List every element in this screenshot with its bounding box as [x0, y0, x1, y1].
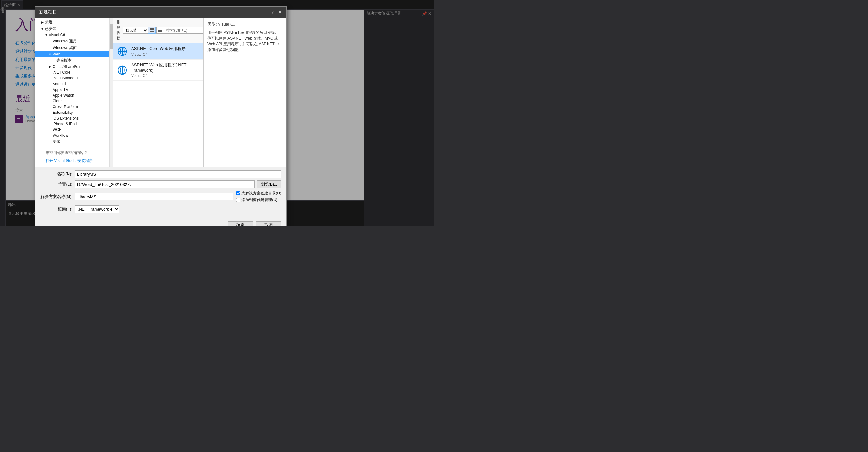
- tree-panel: ▶ 最近 ▼ 已安装 ▼ Visual C#: [35, 18, 114, 167]
- template-lang-0: Visual C#: [131, 52, 199, 57]
- tree-cloud[interactable]: Cloud: [35, 98, 108, 104]
- not-found-text: 未找到你要查找的内容？: [40, 148, 108, 158]
- tree-net-standard-label: .NET Standard: [53, 76, 78, 80]
- template-item-1[interactable]: ASP.NET Web 应用程序(.NET Framework) Visual …: [114, 60, 203, 81]
- list-view-btn[interactable]: [156, 27, 164, 34]
- form-framework-row: 框架(F): .NET Framework 4: [40, 205, 281, 213]
- tree-installed[interactable]: ▼ 已安装: [35, 26, 108, 32]
- tree-iphone-ipad-label: iPhone & iPad: [53, 122, 77, 126]
- expand-icon-recent: ▶: [40, 20, 44, 24]
- tree-extensibility[interactable]: Extensibility: [35, 110, 108, 115]
- template-icon-1: [117, 65, 127, 75]
- form-location-input[interactable]: [75, 180, 254, 188]
- dialog-help-btn[interactable]: ?: [270, 9, 275, 15]
- template-lang-1: Visual C#: [131, 73, 199, 78]
- dialog-controls: ? ✕: [270, 9, 282, 15]
- tree-office-sp-label: Office/SharePoint: [53, 64, 83, 69]
- template-name-1: ASP.NET Web 应用程序(.NET Framework): [131, 62, 199, 73]
- tree-office-sp[interactable]: ▶ Office/SharePoint: [35, 64, 108, 69]
- tree-recent[interactable]: ▶ 最近: [35, 19, 108, 26]
- tree-wcf-label: WCF: [53, 128, 61, 132]
- form-name-row: 名称(N):: [40, 170, 281, 178]
- form-solution-input[interactable]: [75, 193, 234, 200]
- tree-iphone-ipad[interactable]: iPhone & iPad: [35, 121, 108, 127]
- not-found-section: 未找到你要查找的内容？ 打开 Visual Studio 安装程序: [35, 145, 113, 165]
- grid-view-btn[interactable]: [148, 27, 156, 34]
- tree-scrollbar-thumb[interactable]: [110, 24, 113, 49]
- desc-panel: 类型: Visual C# 用于创建 ASP.NET 应用程序的项目模板。你可以…: [204, 18, 286, 167]
- tree-prev-version-label: 先前版本: [56, 58, 72, 63]
- form-location-label: 位置(L):: [40, 181, 72, 187]
- tree-prev-version[interactable]: 先前版本: [35, 57, 108, 64]
- tree-cloud-label: Cloud: [53, 99, 62, 103]
- cancel-button[interactable]: 取消: [256, 221, 281, 226]
- browse-button[interactable]: 浏览(B)...: [257, 180, 281, 188]
- svg-rect-6: [158, 31, 162, 32]
- tree-visual-c[interactable]: ▼ Visual C#: [35, 32, 108, 38]
- desc-text: 用于创建 ASP.NET 应用程序的项目模板。你可以创建 ASP.NET Web…: [207, 30, 282, 53]
- tree-workflow-label: Workflow: [53, 133, 68, 138]
- template-name-0: ASP.NET Core Web 应用程序: [131, 46, 199, 52]
- add-source-checkbox[interactable]: [236, 198, 240, 202]
- template-panel: 排序依据: 默认值: [114, 18, 204, 167]
- tree-wcf[interactable]: WCF: [35, 127, 108, 133]
- tree-apple-tv-label: Apple TV: [53, 87, 68, 92]
- expand-icon-installed: ▼: [40, 27, 44, 31]
- template-icon-0: [117, 46, 127, 56]
- tree-test-label: 测试: [53, 139, 60, 144]
- sort-section: 排序依据: 默认值: [117, 20, 148, 41]
- add-source-checkbox-label[interactable]: 添加到源代码管理(U): [236, 197, 281, 203]
- desc-type-text: 类型: Visual C#: [207, 22, 236, 26]
- dialog-close-btn[interactable]: ✕: [277, 9, 282, 15]
- tree-cross-platform-label: Cross-Platform: [53, 105, 78, 109]
- tree-windows-desktop-label: Windows 桌面: [53, 45, 77, 51]
- desc-type: 类型: Visual C#: [207, 21, 282, 27]
- template-search[interactable]: [164, 27, 204, 34]
- tree-cross-platform[interactable]: Cross-Platform: [35, 104, 108, 110]
- dialog-overlay: 新建项目 ? ✕ ▶ 最近: [0, 0, 434, 226]
- form-checkboxes: 为解决方案创建目录(D) 添加到源代码管理(U): [236, 191, 281, 203]
- tree-installed-label: 已安装: [45, 26, 56, 32]
- tree-android-label: Android: [53, 82, 66, 86]
- dialog-title-bar: 新建项目 ? ✕: [35, 7, 286, 18]
- tree-apple-tv[interactable]: Apple TV: [35, 87, 108, 92]
- tree-windows-desktop[interactable]: Windows 桌面: [35, 45, 108, 51]
- install-link[interactable]: 打开 Visual Studio 安装程序: [40, 158, 108, 164]
- tree-windows-common[interactable]: Windows 通用: [35, 38, 108, 45]
- form-framework-select[interactable]: .NET Framework 4: [75, 205, 119, 213]
- tree-windows-common-label: Windows 通用: [53, 38, 77, 44]
- tree-test[interactable]: 测试: [35, 138, 108, 145]
- tree-web[interactable]: ▼ Web: [35, 51, 108, 57]
- sort-select[interactable]: 默认值: [123, 27, 148, 34]
- form-location-row: 位置(L): 浏览(B)...: [40, 180, 281, 188]
- form-solution-row: 解决方案名称(M): 为解决方案创建目录(D) 添加到源代码管理(U): [40, 191, 281, 203]
- create-dir-checkbox[interactable]: [236, 191, 240, 195]
- tree-visual-c-label: Visual C#: [49, 33, 65, 37]
- svg-rect-2: [150, 31, 152, 32]
- expand-icon-vc: ▼: [44, 33, 48, 37]
- dialog-form: 名称(N): 位置(L): 浏览(B)... 解决方案名称(M):: [35, 167, 286, 219]
- template-item-0[interactable]: ASP.NET Core Web 应用程序 Visual C#: [114, 44, 203, 60]
- tree-apple-watch-label: Apple Watch: [53, 93, 74, 97]
- tree-net-standard[interactable]: .NET Standard: [35, 75, 108, 81]
- tree-scrollbar-track[interactable]: [109, 18, 113, 167]
- dialog-top: ▶ 最近 ▼ 已安装 ▼ Visual C#: [35, 18, 286, 167]
- view-buttons: [148, 27, 164, 34]
- svg-rect-5: [158, 30, 162, 31]
- add-source-label: 添加到源代码管理(U): [242, 197, 277, 203]
- form-name-input[interactable]: [75, 170, 281, 178]
- svg-rect-4: [158, 29, 162, 29]
- template-info-0: ASP.NET Core Web 应用程序 Visual C#: [131, 46, 199, 57]
- create-dir-checkbox-label[interactable]: 为解决方案创建目录(D): [236, 191, 281, 196]
- tree-net-core-label: .NET Core: [53, 70, 70, 75]
- tree-ios-ext[interactable]: iOS Extensions: [35, 115, 108, 121]
- tree-android[interactable]: Android: [35, 81, 108, 87]
- dialog-body: ▶ 最近 ▼ 已安装 ▼ Visual C#: [35, 18, 286, 226]
- tree-extensibility-label: Extensibility: [53, 110, 73, 115]
- form-framework-label: 框架(F):: [40, 206, 72, 212]
- svg-rect-3: [152, 31, 154, 32]
- tree-workflow[interactable]: Workflow: [35, 133, 108, 138]
- tree-net-core[interactable]: .NET Core: [35, 69, 108, 75]
- tree-apple-watch[interactable]: Apple Watch: [35, 92, 108, 98]
- ok-button[interactable]: 确定: [228, 221, 253, 226]
